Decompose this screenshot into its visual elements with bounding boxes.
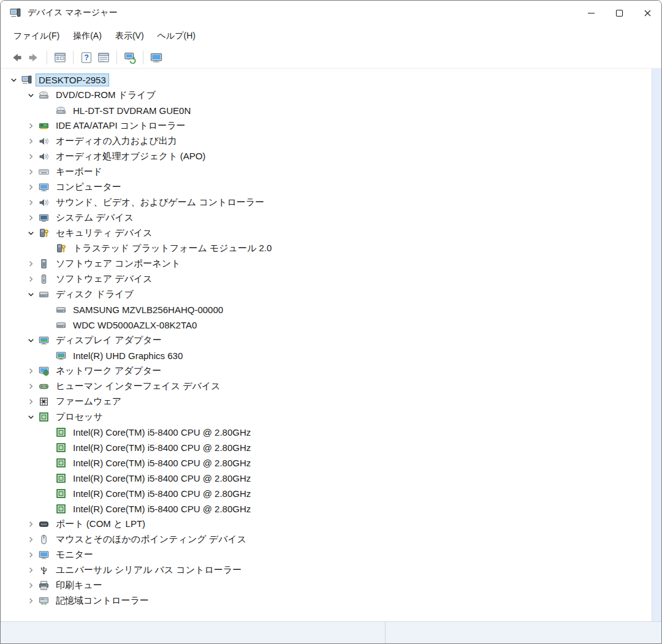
tree-item-device[interactable]: SAMSUNG MZVLB256HAHQ-00000 [1,302,652,317]
tree-item-device[interactable]: Intel(R) Core(TM) i5-8400 CPU @ 2.80GHz [1,425,652,440]
tree-item-label[interactable]: WDC WD5000AZLX-08K2TA0 [70,319,199,331]
tree-item-label[interactable]: Intel(R) Core(TM) i5-8400 CPU @ 2.80GHz [70,426,253,438]
help-button[interactable]: ? [78,49,95,66]
tree-item-label[interactable]: 印刷キュー [53,579,105,592]
chevron-right-icon[interactable] [23,164,39,180]
tree-item-label[interactable]: DVD/CD-ROM ドライブ [53,89,158,102]
tree-item-label[interactable]: Intel(R) Core(TM) i5-8400 CPU @ 2.80GHz [70,457,253,469]
tree-item-label[interactable]: キーボード [53,165,105,178]
tree-item-label[interactable]: Intel(R) Core(TM) i5-8400 CPU @ 2.80GHz [70,503,253,515]
tree-item-label[interactable]: Intel(R) Core(TM) i5-8400 CPU @ 2.80GHz [70,488,253,499]
tree-item-device[interactable]: HL-DT-ST DVDRAM GUE0N [1,103,652,118]
tree-item-category[interactable]: オーディオの入力および出力 [1,134,652,149]
chevron-right-icon[interactable] [23,563,39,578]
tree-item-label[interactable]: ネットワーク アダプター [53,365,164,377]
chevron-right-icon[interactable] [23,195,39,210]
scan-hardware-changes-button[interactable] [121,49,139,66]
tree-item-category[interactable]: モニター [1,547,652,563]
tree-item-label[interactable]: プロセッサ [53,411,105,423]
tree-item-category[interactable]: システム デバイス [1,210,652,225]
tree-item-root[interactable]: DESKTOP-2953 [1,72,652,88]
tree-item-label[interactable]: 記憶域コントローラー [53,594,151,607]
tree-item-label[interactable]: システム デバイス [53,211,136,224]
tree-item-label[interactable]: オーディオ処理オブジェクト (APO) [53,150,208,163]
chevron-right-icon[interactable] [23,271,39,287]
tree-item-category[interactable]: オーディオ処理オブジェクト (APO) [1,149,652,164]
chevron-right-icon[interactable] [23,394,39,409]
tree-item-label[interactable]: マウスとそのほかのポインティング デバイス [53,533,249,546]
tree-item-label[interactable]: HL-DT-ST DVDRAM GUE0N [70,105,193,116]
chevron-right-icon[interactable] [23,532,39,547]
chevron-down-icon[interactable] [23,88,39,103]
tree-item-device[interactable]: Intel(R) UHD Graphics 630 [1,348,652,363]
chevron-down-icon[interactable] [23,225,39,241]
tree-item-category[interactable]: プロセッサ [1,409,652,425]
tree-item-device[interactable]: Intel(R) Core(TM) i5-8400 CPU @ 2.80GHz [1,440,652,455]
tree-item-category[interactable]: DVD/CD-ROM ドライブ [1,88,652,103]
chevron-right-icon[interactable] [23,578,39,593]
tree-item-category[interactable]: ソフトウェア コンポーネント [1,256,652,271]
chevron-right-icon[interactable] [23,118,39,134]
tree-item-label[interactable]: ソフトウェア コンポーネント [53,257,183,270]
properties-button[interactable] [95,49,112,66]
tree-item-label[interactable]: Intel(R) Core(TM) i5-8400 CPU @ 2.80GHz [70,442,253,453]
tree-item-label[interactable]: ディスプレイ アダプター [53,334,164,347]
tree-item-category[interactable]: マウスとそのほかのポインティング デバイス [1,532,652,547]
show-console-tree-button[interactable] [51,49,69,66]
tree-item-device[interactable]: Intel(R) Core(TM) i5-8400 CPU @ 2.80GHz [1,471,652,486]
menu-file[interactable]: ファイル(F) [7,28,66,44]
remote-computer-button[interactable] [148,49,165,66]
tree-item-category[interactable]: ポート (COM と LPT) [1,517,652,532]
tree-item-label[interactable]: Intel(R) Core(TM) i5-8400 CPU @ 2.80GHz [70,472,253,484]
chevron-right-icon[interactable] [23,256,39,271]
tree-item-label[interactable]: オーディオの入力および出力 [53,135,180,148]
tree-item-category[interactable]: ファームウェア [1,394,652,409]
tree-item-label[interactable]: Intel(R) UHD Graphics 630 [70,350,185,362]
tree-item-label[interactable]: IDE ATA/ATAPI コントローラー [53,119,188,132]
tree-item-category[interactable]: 印刷キュー [1,578,652,593]
minimize-button[interactable] [577,1,605,25]
chevron-down-icon[interactable] [23,333,39,348]
tree-item-label[interactable]: ポート (COM と LPT) [53,518,148,531]
maximize-button[interactable] [605,1,633,25]
menu-help[interactable]: ヘルプ(H) [151,28,202,44]
vertical-scrollbar[interactable] [652,69,661,621]
forward-button[interactable] [25,49,42,66]
tree-item-category[interactable]: IDE ATA/ATAPI コントローラー [1,118,652,134]
tree-item-category[interactable]: キーボード [1,164,652,180]
tree-item-category[interactable]: ディスク ドライブ [1,287,652,302]
menu-view[interactable]: 表示(V) [108,28,151,44]
chevron-right-icon[interactable] [23,547,39,563]
chevron-down-icon[interactable] [6,72,21,88]
back-button[interactable] [8,49,25,66]
chevron-right-icon[interactable] [23,379,39,394]
chevron-right-icon[interactable] [23,149,39,164]
chevron-right-icon[interactable] [23,363,39,379]
tree-item-label[interactable]: DESKTOP-2953 [36,74,108,86]
tree-item-category[interactable]: ユニバーサル シリアル バス コントローラー [1,563,652,578]
tree-item-label[interactable]: セキュリティ デバイス [53,227,155,240]
menu-action[interactable]: 操作(A) [66,28,108,44]
chevron-right-icon[interactable] [23,134,39,149]
tree-item-label[interactable]: ファームウェア [53,395,124,408]
chevron-right-icon[interactable] [23,517,39,532]
tree-item-label[interactable]: トラステッド プラットフォーム モジュール 2.0 [70,242,274,255]
chevron-right-icon[interactable] [23,180,39,195]
tree-item-label[interactable]: ディスク ドライブ [53,288,136,301]
chevron-down-icon[interactable] [23,287,39,302]
tree-item-category[interactable]: サウンド、ビデオ、およびゲーム コントローラー [1,195,652,210]
tree-item-device[interactable]: トラステッド プラットフォーム モジュール 2.0 [1,241,652,256]
tree-item-category[interactable]: ディスプレイ アダプター [1,333,652,348]
close-button[interactable] [633,1,661,25]
tree-item-label[interactable]: ユニバーサル シリアル バス コントローラー [53,564,244,577]
tree-item-label[interactable]: コンピューター [53,181,124,194]
tree-item-device[interactable]: Intel(R) Core(TM) i5-8400 CPU @ 2.80GHz [1,455,652,471]
tree-item-category[interactable]: セキュリティ デバイス [1,225,652,241]
tree-item-category[interactable]: ネットワーク アダプター [1,363,652,379]
tree-item-category[interactable]: ソフトウェア デバイス [1,271,652,287]
chevron-down-icon[interactable] [23,409,39,425]
tree-item-device[interactable]: WDC WD5000AZLX-08K2TA0 [1,317,652,333]
tree-item-category[interactable]: コンピューター [1,180,652,195]
chevron-right-icon[interactable] [23,593,39,608]
tree-item-device[interactable]: Intel(R) Core(TM) i5-8400 CPU @ 2.80GHz [1,501,652,517]
